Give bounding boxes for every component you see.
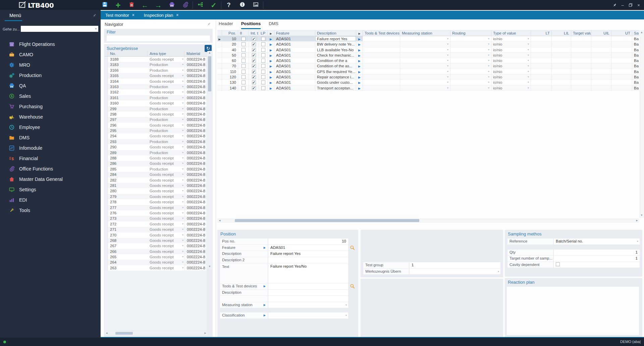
sidebar-item-production[interactable]: Production bbox=[0, 70, 101, 80]
routing-cell[interactable]: ▾ bbox=[450, 42, 491, 47]
forward-button[interactable]: → bbox=[152, 0, 165, 10]
search-result-row[interactable]: 289Production▾0002224-8 bbox=[105, 150, 207, 155]
checkbox[interactable] bbox=[241, 80, 246, 84]
reaction-plan-textarea[interactable] bbox=[507, 287, 639, 335]
search-result-row[interactable]: 293Production▾0002224-8 bbox=[105, 139, 207, 144]
back-button[interactable]: ← bbox=[138, 0, 152, 10]
lp-checkbox-cell[interactable] bbox=[259, 85, 268, 91]
result-area-type[interactable]: Goods receipt▾ bbox=[148, 265, 184, 271]
expand-row-icon[interactable]: ▶ bbox=[268, 53, 274, 58]
sidebar-item-purchasing[interactable]: Purchasing bbox=[0, 101, 101, 112]
link-arrow-icon[interactable]: ▶ bbox=[264, 313, 266, 319]
tab-inspection-plan[interactable]: Inspection plan× bbox=[144, 13, 178, 18]
type-of-value-cell[interactable]: io/nio▾ bbox=[491, 85, 531, 91]
search-result-row[interactable]: 297Production▾0002224-8 bbox=[105, 117, 207, 122]
grid-col-uil[interactable]: UIL bbox=[591, 30, 611, 36]
checkbox[interactable] bbox=[241, 53, 246, 57]
checkbox[interactable]: ✓ bbox=[252, 70, 256, 74]
result-area-type[interactable]: Goods receipt▾ bbox=[148, 89, 184, 95]
tools-test-devices-cell[interactable] bbox=[363, 69, 400, 74]
grid-col-feature[interactable]: Feature bbox=[274, 30, 315, 36]
grid-col-lp[interactable]: LP bbox=[259, 30, 268, 36]
search-result-row[interactable]: 288Goods receipt▾0002224-8 bbox=[105, 155, 207, 161]
search-result-row[interactable]: 267Goods receipt▾0002224-8 bbox=[105, 243, 207, 249]
results-horizontal-scrollbar[interactable]: ◄ ► bbox=[105, 331, 207, 335]
checkbox[interactable] bbox=[241, 48, 246, 52]
expand-row-icon[interactable]: ▶ bbox=[356, 53, 363, 58]
type-of-value-cell[interactable]: io/nio▾ bbox=[491, 63, 531, 69]
chevron-down-icon[interactable]: ▾ bbox=[345, 313, 347, 319]
tools-test-devices-cell[interactable] bbox=[363, 85, 400, 91]
checkbox[interactable]: ✓ bbox=[252, 59, 256, 63]
search-result-row[interactable]: 295Production▾0002224-8 bbox=[105, 128, 207, 133]
ii-checkbox-cell[interactable] bbox=[238, 42, 249, 47]
int-test-checkbox-cell[interactable]: ✓ bbox=[249, 74, 259, 80]
results-vertical-scrollbar[interactable]: ▲ ▼ bbox=[207, 51, 212, 269]
lp-checkbox-cell[interactable] bbox=[259, 53, 268, 58]
checkbox[interactable] bbox=[261, 42, 265, 46]
lp-checkbox-cell[interactable] bbox=[259, 47, 268, 53]
grid-col-routing[interactable]: Routing bbox=[450, 30, 491, 36]
search-result-row[interactable]: 273Goods receipt▾0002224-8 bbox=[105, 216, 207, 221]
grid-col-int-t[interactable]: Int. t bbox=[249, 30, 259, 36]
share-button[interactable] bbox=[194, 0, 207, 10]
search-result-row[interactable]: 3166Production▾0002224-8 bbox=[105, 68, 207, 73]
search-result-row[interactable]: 277Goods receipt▾0002224-8 bbox=[105, 205, 207, 210]
ii-checkbox-cell[interactable] bbox=[238, 69, 249, 74]
checkbox[interactable]: ✓ bbox=[252, 64, 256, 68]
scroll-right-icon[interactable]: ► bbox=[636, 219, 638, 222]
field-value-measuring-station[interactable]: ▾ bbox=[268, 302, 348, 308]
result-area-type[interactable]: Production▾ bbox=[148, 139, 184, 144]
search-result-row[interactable]: 278Goods receipt▾0002224-8 bbox=[105, 199, 207, 205]
expand-row-icon[interactable]: ▶ bbox=[268, 42, 274, 47]
link-arrow-icon[interactable]: ▶ bbox=[264, 302, 266, 308]
checkbox[interactable] bbox=[241, 37, 246, 41]
search-result-row[interactable]: 3164Goods receipt▾0002224-8 bbox=[105, 79, 207, 84]
result-area-type[interactable]: Goods receipt▾ bbox=[148, 123, 184, 128]
field-value-target-number-of-samp[interactable]: 1 bbox=[554, 256, 640, 262]
field-value-reference[interactable]: Batch/Serial no.▾ bbox=[554, 238, 640, 245]
sidebar-item-edi[interactable]: EDI bbox=[0, 195, 101, 205]
result-area-type[interactable]: Production▾ bbox=[148, 95, 184, 100]
measuring-station-cell[interactable]: ▾ bbox=[400, 42, 450, 47]
grid-row[interactable]: 120✓▶ADAS01Repair acceptance i...▶▾▾io/n… bbox=[217, 74, 639, 80]
search-result-row[interactable]: 268Goods receipt▾0002224-8 bbox=[105, 238, 207, 243]
expand-row-icon[interactable]: ▶ bbox=[356, 74, 363, 80]
field-value-description[interactable] bbox=[268, 290, 348, 296]
grid-row[interactable]: 130✓▶ADAS01Goods under custo...▶▾▾io/nio… bbox=[217, 80, 639, 85]
checkbox[interactable] bbox=[241, 42, 246, 46]
column-material[interactable]: Material bbox=[184, 51, 207, 56]
description-cell[interactable]: BW delivery note Ye... bbox=[315, 42, 356, 47]
measuring-station-cell[interactable]: ▾ bbox=[400, 53, 450, 58]
lp-checkbox-cell[interactable] bbox=[259, 63, 268, 69]
expand-row-icon[interactable]: ▶ bbox=[268, 47, 274, 53]
sidebar-item-settings[interactable]: Settings bbox=[0, 184, 101, 195]
expand-row-icon[interactable]: ▶ bbox=[356, 47, 363, 53]
search-result-row[interactable]: 272Goods receipt▾0002224-8 bbox=[105, 221, 207, 227]
field-value-tools-test-devices[interactable] bbox=[268, 283, 348, 289]
tools-test-devices-cell[interactable] bbox=[363, 74, 400, 80]
grid-col-arrow[interactable]: ▶ bbox=[356, 30, 363, 36]
result-area-type[interactable]: Goods receipt▾ bbox=[148, 194, 184, 199]
column-no[interactable]: No. bbox=[108, 51, 148, 56]
link-arrow-icon[interactable]: ▶ bbox=[264, 283, 266, 289]
result-area-type[interactable]: Goods receipt▾ bbox=[148, 205, 184, 210]
result-area-type[interactable]: Goods receipt▾ bbox=[148, 79, 184, 84]
tools-test-devices-cell[interactable] bbox=[363, 53, 400, 58]
column-area-type[interactable]: Area type bbox=[148, 51, 184, 56]
scroll-left-icon[interactable]: ◄ bbox=[218, 219, 221, 222]
field-value-werkszeugnis-bern[interactable]: ▾ bbox=[410, 269, 500, 275]
search-result-row[interactable]: 3161Production▾0002224-8 bbox=[105, 95, 207, 100]
scroll-up-icon[interactable]: ▲ bbox=[208, 51, 211, 55]
tools-test-devices-cell[interactable] bbox=[363, 36, 400, 42]
checkbox[interactable] bbox=[241, 64, 246, 68]
image-button[interactable] bbox=[249, 0, 262, 10]
search-result-row[interactable]: 3188Goods receipt▾0002224-8 bbox=[105, 57, 207, 62]
result-area-type[interactable]: Goods receipt▾ bbox=[148, 188, 184, 194]
int-test-checkbox-cell[interactable]: ✓ bbox=[249, 42, 259, 47]
grid-col-lt[interactable]: LT bbox=[531, 30, 552, 36]
tab-positions[interactable]: Positions bbox=[241, 21, 261, 29]
goto-combobox[interactable]: ▼ bbox=[21, 26, 98, 32]
result-area-type[interactable]: Goods receipt▾ bbox=[148, 221, 184, 227]
expand-row-icon[interactable]: ▶ bbox=[268, 63, 274, 69]
